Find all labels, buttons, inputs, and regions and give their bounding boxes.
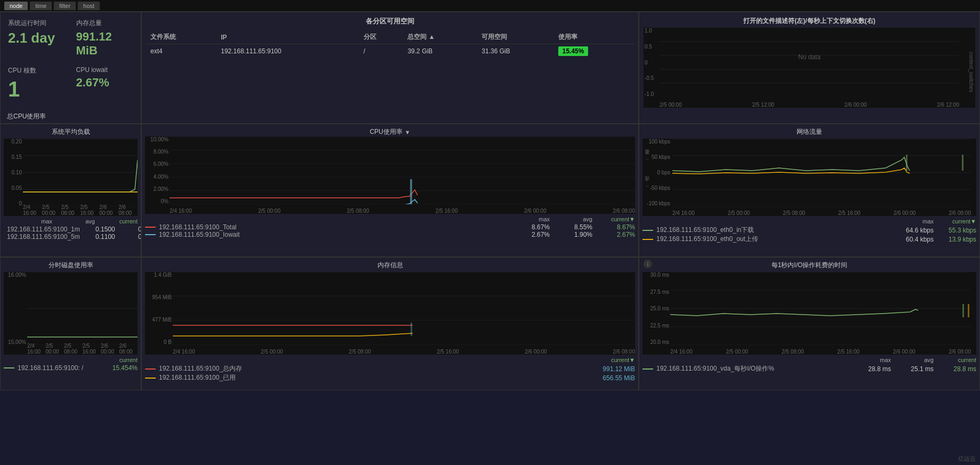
legend-item-disk: 192.168.111.65:9100: / 15.454% xyxy=(4,364,138,372)
nav-tab-node[interactable]: node xyxy=(4,2,28,10)
col-fs: 文件系统 xyxy=(146,30,216,44)
svg-rect-21 xyxy=(906,155,907,171)
legend-item-total: 192.168.111.65:9100_Total 8.67% 8.55% 8.… xyxy=(145,223,635,231)
legend-item-eth0-in: 192.168.111.65:9100_eth0_in下载 64.6 kbps … xyxy=(642,226,976,235)
avg-load-legend: max avg current 192.168.111.65:9100_1m 0… xyxy=(4,218,138,240)
io-title: 每1秒内I/O操作耗费的时间 xyxy=(772,261,848,270)
partition-panel: 各分区可用空间 文件系统 IP 分区 总空间 ▲ 可用空间 使用率 ext4 1… xyxy=(141,12,639,124)
network-legend: max current▼ 192.168.111.65:9100_eth0_in… xyxy=(642,218,976,244)
io-x-labels: 2/4 16:00 2/5 00:00 2/5 08:00 2/5 16:00 … xyxy=(670,349,971,355)
legend-values-vda: 28.8 ms 25.1 ms 28.8 ms xyxy=(859,365,976,373)
network-down-label: ↓下载 xyxy=(644,158,650,161)
legend-values-iowait: 2.67% 1.90% 2.67% xyxy=(518,231,635,238)
network-inner xyxy=(672,139,971,206)
disk-inner xyxy=(27,272,138,345)
row-usage: 15.45% xyxy=(554,44,634,59)
network-legend-header: max current▼ xyxy=(642,218,976,225)
cpu-iowait-box: CPU iowait 2.67% xyxy=(72,63,138,105)
network-chart: 100 kbps 50 kbps 0 bps -50 kbps -100 kbp… xyxy=(642,139,976,216)
network-y-labels: 100 kbps 50 kbps 0 bps -50 kbps -100 kbp… xyxy=(642,139,670,206)
cpu-chart-dropdown-btn[interactable]: ▼ xyxy=(405,129,411,135)
context-switches-label: context_switches xyxy=(968,52,974,92)
partition-tbody: ext4 192.168.111.65:9100 / 39.2 GiB 31.3… xyxy=(146,44,634,59)
legend-values-1m: 0.1500 0.0005 0.1200 xyxy=(83,226,141,233)
nav-tab-filter[interactable]: filter xyxy=(54,2,76,10)
legend-values-total-mem: 991.12 MiB xyxy=(603,365,635,373)
fd-x-labels: 2/5 00:00 2/5 12:00 2/6 00:00 2/6 12:00 xyxy=(660,102,959,108)
legend-values-eth0-out: 60.4 kbps 13.9 kbps xyxy=(902,236,976,243)
top-nav: node time filter host xyxy=(0,0,980,12)
row-partition: / xyxy=(359,44,404,59)
legend-name-total-mem: 192.168.111.65:9100_总内存 xyxy=(159,364,599,373)
disk-y-labels: 16.00% 15.00% xyxy=(4,272,26,345)
avg-load-legend-header: max avg current xyxy=(4,218,138,225)
legend-name-eth0-in: 192.168.111.65:9100_eth0_in下载 xyxy=(656,226,898,235)
cpu-y-labels: 10.00% 8.00% 6.00% 4.00% 2.00% 0% xyxy=(145,137,168,204)
cpu-iowait-value: 2.67% xyxy=(76,76,134,90)
io-y-labels: 30.0 ms 27.5 ms 25.0 ms 22.5 ms 20.0 ms xyxy=(642,272,669,345)
uptime-box: 系统运行时间 2.1 day xyxy=(4,15,70,61)
legend-values-disk: 15.454% xyxy=(106,364,138,372)
dashboard: 系统运行时间 2.1 day 内存总量 991.12 MiB CPU 核数 1 … xyxy=(0,12,980,465)
cpu-inner xyxy=(170,137,635,204)
svg-rect-30 xyxy=(411,323,412,336)
cpu-chart-title: CPU使用率 xyxy=(369,127,402,137)
network-title: 网络流量 xyxy=(642,127,976,137)
partition-title: 各分区可用空间 xyxy=(146,17,634,26)
disk-chart: 16.00% 15.00% 2/4 16:00 2/5 00:00 2/5 08… xyxy=(4,272,138,355)
disk-x-labels: 2/4 16:00 2/5 00:00 2/5 08:00 2/5 16:00 … xyxy=(27,343,138,355)
io-legend-header: max avg current xyxy=(642,357,976,363)
uptime-value: 2.1 day xyxy=(8,30,66,46)
network-svg xyxy=(672,139,971,206)
io-info-icon: i xyxy=(644,260,652,268)
usage-badge: 15.45% xyxy=(558,46,589,56)
legend-name-total: 192.168.111.65:9100_Total xyxy=(159,223,515,231)
legend-name-1m: 192.168.111.65:9100_1m xyxy=(7,226,80,233)
legend-item-eth0-out: 192.168.111.65:9100_eth0_out上传 60.4 kbps… xyxy=(642,235,976,244)
svg-rect-15 xyxy=(410,179,412,204)
avg-load-chart: 0.20 0.15 0.10 0.05 0 2/4 16:00 2/5 00:0… xyxy=(4,139,138,216)
io-inner xyxy=(670,272,971,345)
memory-title: 内存信息 xyxy=(145,261,635,270)
disk-usage-title: 分时磁盘使用率 xyxy=(4,261,138,270)
col-partition: 分区 xyxy=(359,30,404,44)
legend-color-iowait xyxy=(145,234,156,235)
row-total: 39.2 GiB xyxy=(403,44,477,59)
io-time-panel: i 每1秒内I/O操作耗费的时间 30.0 ms xyxy=(639,257,980,390)
memory-chart: 1.4 GiB 954 MiB 477 MiB 0 B 2/4 16:00 2/… xyxy=(145,272,635,355)
total-cpu-label: 总CPU使用率 xyxy=(7,112,134,121)
legend-item-5m: 192.168.111.65:9100_5m 0.1100 0.0003 0.1… xyxy=(4,233,138,240)
avg-load-y-labels: 0.20 0.15 0.10 0.05 0 xyxy=(4,139,22,206)
legend-name-5m: 192.168.111.65:9100_5m xyxy=(7,233,80,240)
legend-item-vda: 192.168.111.65:9100_vda_每秒I/O操作% 28.8 ms… xyxy=(642,364,976,373)
legend-name-iowait: 192.168.111.65:9100_Iowait xyxy=(159,231,515,238)
io-legend: max avg current 192.168.111.65:9100_vda_… xyxy=(642,357,976,373)
memory-panel: 内存信息 1.4 GiB 954 MiB 4 xyxy=(141,257,639,390)
cpu-usage-panel: CPU使用率 ▼ xyxy=(141,124,639,257)
avg-load-panel: 系统平均负载 0.20 0.15 0.10 0.0 xyxy=(0,124,141,257)
cpu-legend: max avg current▼ 192.168.111.65:9100_Tot… xyxy=(145,216,635,238)
nav-tab-time[interactable]: time xyxy=(30,2,52,10)
legend-color-eth0-out xyxy=(642,239,653,240)
memory-y-labels: 1.4 GiB 954 MiB 477 MiB 0 B xyxy=(145,272,172,345)
legend-color-disk xyxy=(4,367,14,368)
disk-usage-panel: 分时磁盘使用率 16.00% 15.00% 2/4 16:00 2/5 00:0… xyxy=(0,257,141,390)
col-usage: 使用率 xyxy=(554,30,634,44)
cpu-cores-value: 1 xyxy=(8,77,66,101)
row-available: 31.36 GiB xyxy=(477,44,553,59)
legend-color-used-mem xyxy=(145,378,156,379)
col-ip: IP xyxy=(216,30,359,44)
legend-values-eth0-in: 64.6 kbps 55.3 kbps xyxy=(902,227,976,234)
legend-item-used-mem: 192.168.111.65:9100_已用 656.55 MiB xyxy=(145,373,635,382)
network-up-label: ↑上传 xyxy=(644,185,650,188)
memory-label: 内存总量 xyxy=(76,19,134,28)
memory-legend: current▼ 192.168.111.65:9100_总内存 991.12 … xyxy=(145,357,635,382)
legend-name-eth0-out: 192.168.111.65:9100_eth0_out上传 xyxy=(656,235,898,244)
fd-y-labels: 1.0 0.5 0 -0.5 -1.0 xyxy=(645,28,654,97)
svg-rect-36 xyxy=(962,304,964,317)
nav-tab-host[interactable]: host xyxy=(78,2,100,10)
avg-load-inner xyxy=(23,139,138,206)
disk-legend: current 192.168.111.65:9100: / 15.454% xyxy=(4,357,138,372)
legend-values-5m: 0.1100 0.0003 0.1100 xyxy=(83,233,141,240)
partition-table: 文件系统 IP 分区 总空间 ▲ 可用空间 使用率 ext4 192.168.1… xyxy=(146,30,634,58)
